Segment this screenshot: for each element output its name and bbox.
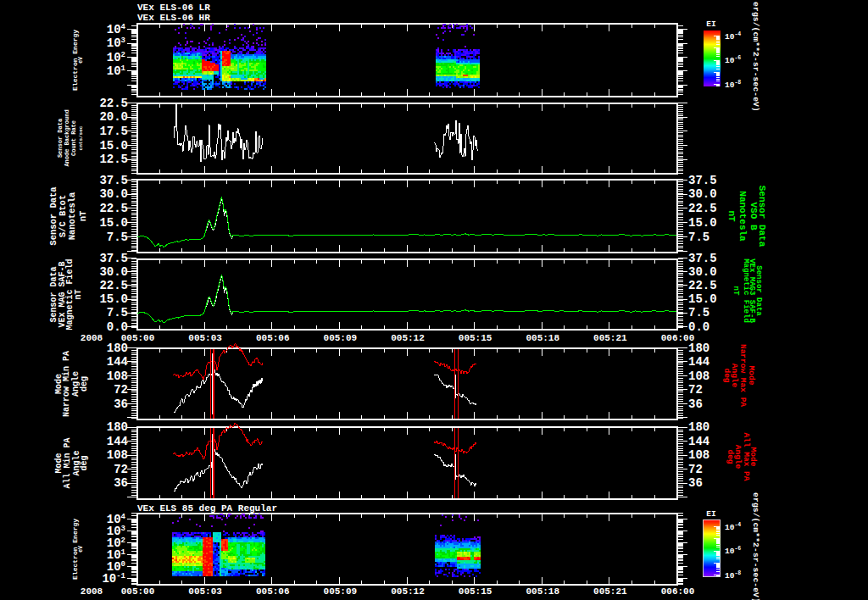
svg-text:Nanotesla: Nanotesla — [737, 191, 748, 242]
svg-text:005:06: 005:06 — [256, 586, 290, 597]
svg-text:36: 36 — [114, 397, 128, 411]
svg-text:144: 144 — [688, 355, 709, 369]
svg-text:180: 180 — [688, 342, 709, 355]
svg-text:30.0: 30.0 — [99, 265, 128, 279]
svg-text:15.0: 15.0 — [99, 292, 128, 306]
svg-text:36: 36 — [114, 476, 128, 490]
svg-text:Narrow Min PA: Narrow Min PA — [63, 351, 72, 417]
svg-text:005:09: 005:09 — [324, 333, 358, 343]
svg-text:005:06: 005:06 — [256, 333, 290, 343]
svg-text:0.0: 0.0 — [688, 320, 709, 334]
svg-text:108: 108 — [688, 369, 709, 383]
svg-text:Anode Background: Anode Background — [64, 109, 70, 166]
svg-text:Magnetic Field: Magnetic Field — [742, 258, 750, 323]
svg-text:7.5: 7.5 — [688, 306, 709, 319]
svg-text:15.0: 15.0 — [688, 292, 717, 306]
svg-text:20.0: 20.0 — [99, 110, 128, 124]
svg-text:22.5: 22.5 — [688, 279, 717, 292]
svg-text:005:03: 005:03 — [188, 333, 222, 343]
svg-text:2008: 2008 — [81, 333, 103, 343]
svg-text:144: 144 — [107, 435, 128, 448]
svg-text:005:12: 005:12 — [391, 333, 425, 343]
svg-text:36: 36 — [688, 476, 703, 490]
svg-text:VEx ELS 85 deg PA Regular: VEx ELS 85 deg PA Regular — [137, 503, 277, 514]
svg-text:VSO B: VSO B — [748, 202, 759, 230]
svg-text:7.5: 7.5 — [688, 231, 709, 244]
svg-text:180: 180 — [107, 420, 128, 434]
svg-text:7.5: 7.5 — [107, 306, 128, 319]
svg-text:Count Rate: Count Rate — [70, 120, 77, 156]
svg-text:005:15: 005:15 — [459, 586, 492, 597]
svg-text:15.0: 15.0 — [99, 216, 128, 230]
svg-text:005:18: 005:18 — [526, 586, 559, 597]
svg-text:144: 144 — [688, 435, 709, 448]
svg-text:005:21: 005:21 — [593, 333, 627, 343]
svg-text:cnts/sec: cnts/sec — [78, 125, 84, 150]
svg-text:Narrow Max PA: Narrow Max PA — [738, 344, 748, 407]
svg-text:deg: deg — [80, 455, 89, 470]
svg-text:36: 36 — [688, 397, 703, 411]
svg-text:22.5: 22.5 — [99, 97, 128, 110]
svg-text:005:03: 005:03 — [188, 586, 222, 597]
svg-text:108: 108 — [107, 448, 128, 462]
svg-text:VEx ELS-06 LR: VEx ELS-06 LR — [137, 3, 210, 13]
svg-text:72: 72 — [688, 383, 703, 397]
svg-text:37.5: 37.5 — [99, 252, 128, 265]
svg-text:144: 144 — [107, 355, 128, 369]
svg-text:180: 180 — [107, 342, 128, 355]
svg-text:37.5: 37.5 — [99, 174, 128, 187]
svg-text:Sensor Data: Sensor Data — [57, 118, 64, 158]
svg-text:VEx ELS-06 HR: VEx ELS-06 HR — [137, 13, 210, 23]
svg-text:All Min PA: All Min PA — [63, 437, 72, 488]
svg-text:22.5: 22.5 — [99, 279, 128, 292]
svg-text:108: 108 — [688, 448, 709, 462]
svg-text:12.5: 12.5 — [99, 153, 128, 166]
svg-text:ergs/(cm**2-sr-sec-eV): ergs/(cm**2-sr-sec-eV) — [751, 492, 760, 600]
svg-text:72: 72 — [688, 463, 703, 476]
svg-text:7.5: 7.5 — [107, 231, 128, 244]
svg-text:deg: deg — [80, 376, 89, 392]
svg-text:30.0: 30.0 — [688, 265, 717, 279]
svg-text:22.5: 22.5 — [99, 202, 128, 215]
svg-text:37.5: 37.5 — [688, 174, 717, 187]
svg-text:nT: nT — [78, 211, 88, 222]
svg-text:15.0: 15.0 — [688, 216, 717, 230]
svg-text:0.0: 0.0 — [107, 320, 128, 334]
svg-text:deg: deg — [726, 449, 735, 464]
svg-text:ergs/(cm**2-sr-sec-eV): ergs/(cm**2-sr-sec-eV) — [751, 2, 760, 112]
svg-text:180: 180 — [688, 420, 709, 434]
svg-text:2008: 2008 — [81, 586, 103, 597]
svg-text:EI: EI — [706, 509, 715, 519]
svg-text:nT: nT — [732, 286, 740, 296]
svg-text:nT: nT — [74, 289, 83, 299]
svg-text:eV: eV — [79, 57, 85, 64]
svg-text:72: 72 — [114, 463, 128, 476]
svg-text:006:00: 006:00 — [661, 586, 695, 597]
svg-text:nT: nT — [726, 210, 737, 222]
svg-text:005:21: 005:21 — [593, 586, 627, 597]
svg-text:15.0: 15.0 — [99, 139, 128, 153]
svg-text:005:12: 005:12 — [391, 586, 425, 597]
svg-text:17.5: 17.5 — [99, 125, 128, 138]
svg-text:22.5: 22.5 — [688, 202, 717, 215]
svg-text:EI: EI — [706, 19, 715, 29]
svg-text:005:18: 005:18 — [526, 333, 559, 343]
svg-text:deg: deg — [722, 368, 732, 382]
svg-text:108: 108 — [107, 369, 128, 383]
svg-text:005:09: 005:09 — [324, 586, 358, 597]
svg-text:Nanotesla: Nanotesla — [67, 192, 77, 240]
svg-text:eV: eV — [79, 546, 85, 553]
svg-text:72: 72 — [114, 383, 128, 397]
svg-text:30.0: 30.0 — [99, 187, 128, 201]
svg-text:30.0: 30.0 — [688, 187, 717, 201]
svg-text:005:15: 005:15 — [459, 333, 492, 343]
svg-text:37.5: 37.5 — [688, 252, 717, 265]
svg-text:005:00: 005:00 — [121, 586, 155, 597]
